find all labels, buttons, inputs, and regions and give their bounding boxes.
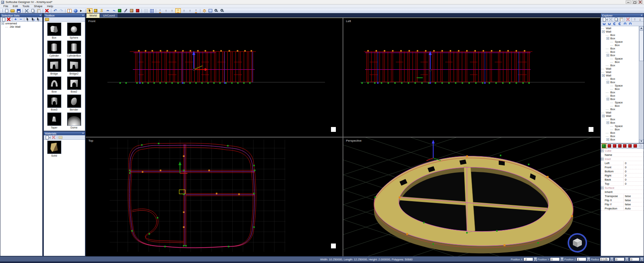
toolbar-button[interactable] xyxy=(105,8,110,13)
viewport-marker[interactable] xyxy=(331,127,336,132)
toolbox-item[interactable]: CylinderBox xyxy=(64,40,84,58)
close-icon[interactable]: × xyxy=(82,14,84,17)
toolbar-button[interactable] xyxy=(24,8,30,13)
expander-icon[interactable] xyxy=(611,128,614,131)
expander-icon[interactable] xyxy=(6,25,9,28)
toolbar-button[interactable] xyxy=(219,8,225,13)
status-field-input[interactable]: 0.125 xyxy=(600,257,610,261)
expander-icon[interactable] xyxy=(602,67,605,70)
group-expander-icon[interactable] xyxy=(601,203,604,206)
toolbar-button[interactable] xyxy=(79,8,84,13)
spinner-down-icon[interactable] xyxy=(534,259,537,261)
toolbar-button[interactable] xyxy=(4,8,9,13)
property-row[interactable]: Top 0 xyxy=(601,182,644,186)
tree-item[interactable]: 26x Wall xyxy=(0,25,42,28)
group-expander-icon[interactable] xyxy=(601,149,604,152)
menu-item[interactable]: Help xyxy=(45,4,55,8)
panel-tool-button[interactable] xyxy=(58,135,63,139)
toolbar-button[interactable] xyxy=(181,8,187,13)
expander-icon[interactable] xyxy=(607,64,609,67)
tree-item[interactable]: Box xyxy=(601,118,638,121)
explorer-scrollbar[interactable] xyxy=(639,26,644,143)
expander-icon[interactable] xyxy=(602,71,605,73)
panel-tool-button[interactable] xyxy=(13,17,18,21)
toolbar-button[interactable] xyxy=(129,8,134,13)
expander-icon[interactable] xyxy=(611,44,614,46)
spinner-down-icon[interactable] xyxy=(625,259,628,261)
property-row[interactable]: Projection Auto xyxy=(601,206,644,211)
perspective-viewport[interactable]: Perspective xyxy=(343,137,600,256)
expander-icon[interactable] xyxy=(607,34,609,36)
panel-tool-button[interactable] xyxy=(45,135,49,139)
tree-item[interactable]: Space xyxy=(601,124,638,128)
expander-icon[interactable] xyxy=(607,135,609,137)
front-viewport[interactable]: Front xyxy=(86,18,343,137)
expander-icon[interactable] xyxy=(607,51,609,53)
toolbox-item[interactable]: Bow2 xyxy=(64,76,84,94)
tree-item[interactable]: Wall xyxy=(601,30,638,33)
tree-item[interactable]: Wall xyxy=(601,67,638,70)
tree-item[interactable]: Box xyxy=(601,134,638,138)
property-value[interactable]: 0 xyxy=(623,161,644,165)
status-field-input[interactable]: -2 xyxy=(523,257,533,261)
toolbox-item[interactable]: Dome xyxy=(64,112,84,130)
tree-item[interactable]: Box xyxy=(601,47,638,50)
spinner-down-icon[interactable] xyxy=(610,259,613,261)
property-value[interactable]: Auto xyxy=(623,207,644,210)
property-value[interactable]: false xyxy=(623,194,644,198)
property-row[interactable]: Flip X false xyxy=(601,198,644,202)
expander-icon[interactable] xyxy=(607,118,609,121)
close-icon[interactable]: × xyxy=(641,14,643,17)
properties-tool-button[interactable] xyxy=(607,143,612,148)
expander-icon[interactable] xyxy=(607,98,609,100)
tree-item[interactable]: Box xyxy=(601,54,638,57)
expander-icon[interactable] xyxy=(611,57,614,60)
expander-icon[interactable] xyxy=(602,30,605,33)
properties-tool-button[interactable] xyxy=(623,143,628,148)
viewport-marker[interactable] xyxy=(331,244,336,248)
panel-tool-button[interactable] xyxy=(628,22,633,26)
group-expander-icon[interactable] xyxy=(601,154,604,156)
toolbox-item[interactable]: Bow3 xyxy=(44,94,64,112)
property-value[interactable]: 0 xyxy=(623,182,644,185)
toolbox-item[interactable]: Box xyxy=(44,22,64,40)
tree-item[interactable]: Wall xyxy=(601,27,638,30)
scroll-down-icon[interactable] xyxy=(639,139,644,143)
close-icon[interactable]: × xyxy=(39,14,41,17)
panel-tool-button[interactable] xyxy=(602,22,607,26)
toolbar-button[interactable] xyxy=(175,8,181,13)
toolbox-item[interactable]: Bridge2 xyxy=(64,58,84,76)
menu-item[interactable]: File xyxy=(1,4,10,8)
tree-item[interactable]: unnamed xyxy=(0,22,42,25)
toolbar-button[interactable] xyxy=(213,8,219,13)
group-expander-icon[interactable] xyxy=(601,182,604,185)
group-expander-icon[interactable] xyxy=(601,187,604,189)
group-expander-icon[interactable] xyxy=(601,174,604,177)
tree-item[interactable]: Wall xyxy=(601,74,638,77)
group-expander-icon[interactable] xyxy=(601,166,604,169)
panel-tool-button[interactable] xyxy=(18,17,23,21)
tree-item[interactable]: Box xyxy=(601,43,638,47)
tree-item[interactable]: Box xyxy=(601,121,638,124)
expander-icon[interactable] xyxy=(607,37,609,40)
panel-tool-button[interactable] xyxy=(602,17,607,21)
tree-item[interactable]: Box xyxy=(601,37,638,40)
left-viewport[interactable]: Left xyxy=(343,18,600,137)
properties-tool-button[interactable] xyxy=(617,143,622,148)
panel-tool-button[interactable] xyxy=(1,17,6,21)
toolbar-button[interactable] xyxy=(67,8,72,13)
close-button[interactable] xyxy=(638,0,643,4)
group-expander-icon[interactable] xyxy=(601,199,604,202)
property-row[interactable]: Name xyxy=(601,153,644,157)
toolbox-item[interactable]: Taper xyxy=(44,112,64,130)
toolbox-item[interactable]: Sphere xyxy=(64,22,84,40)
toolbar-button[interactable] xyxy=(187,8,193,13)
property-value[interactable]: 0 xyxy=(623,166,644,169)
group-expander-icon[interactable] xyxy=(601,207,604,210)
properties-tool-button[interactable] xyxy=(602,143,607,148)
toolbar-grip[interactable] xyxy=(1,9,3,12)
tree-item[interactable]: Box xyxy=(601,131,638,134)
panel-tool-button[interactable] xyxy=(608,17,613,21)
expander-icon[interactable] xyxy=(607,138,609,141)
tree-item[interactable]: Wall xyxy=(601,70,638,74)
